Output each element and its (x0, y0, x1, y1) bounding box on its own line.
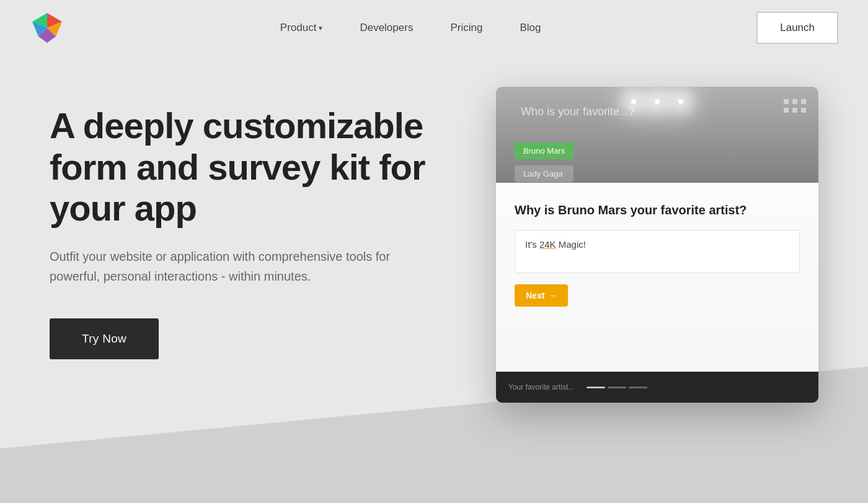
light-beam (655, 99, 660, 104)
grid-dot (792, 108, 797, 113)
option-selected[interactable]: Bruno Mars (515, 142, 574, 159)
highlight-name: Bruno Mars (558, 203, 627, 217)
light-beam (678, 99, 683, 104)
logo[interactable] (30, 11, 64, 45)
try-now-button[interactable]: Try Now (50, 318, 159, 359)
underlined-text: 24K (539, 239, 556, 250)
next-label: Next (526, 291, 544, 300)
nav-item-product[interactable]: Product ▾ (280, 22, 323, 34)
demo-form-area: Why is Bruno Mars your favorite artist? … (496, 183, 818, 403)
demo-grid-icon (784, 99, 806, 113)
hero-subtitle: Outfit your website or application with … (50, 247, 434, 286)
arrow-right-icon: → (548, 291, 557, 300)
nav-product-label: Product (280, 22, 317, 34)
demo-options: Bruno Mars Lady Gaga (515, 142, 574, 182)
demo-question-text: Why is Bruno Mars your favorite artist? (515, 201, 800, 219)
progress-dot-1 (587, 387, 605, 388)
option-unselected[interactable]: Lady Gaga (515, 165, 574, 182)
launch-button[interactable]: Launch (756, 12, 838, 44)
nav-item-blog[interactable]: Blog (520, 22, 541, 34)
demo-text-input[interactable]: It's 24K Magic! (515, 230, 800, 273)
hero-title: A deeply customizable form and survey ki… (50, 105, 471, 229)
light-beam (631, 99, 636, 104)
demo-next-button[interactable]: Next → (515, 284, 568, 307)
demo-bg-question-text: Who is your favorite...? (521, 105, 635, 118)
bottom-strip-text: Your favorite artist... (508, 383, 574, 391)
grid-dot (801, 108, 806, 113)
grid-dot (792, 99, 797, 104)
navbar: Product ▾ Developers Pricing Blog Launch (0, 0, 868, 56)
progress-dot-3 (629, 387, 647, 388)
nav-links: Product ▾ Developers Pricing Blog (64, 22, 756, 34)
nav-item-pricing[interactable]: Pricing (450, 22, 482, 34)
nav-item-developers[interactable]: Developers (360, 22, 413, 34)
nav-blog-label: Blog (520, 22, 541, 33)
nav-developers-label: Developers (360, 22, 413, 33)
progress-dot-2 (608, 387, 626, 388)
hero-section: A deeply customizable form and survey ki… (0, 56, 868, 403)
input-text-value: It's 24K Magic! (525, 239, 586, 250)
progress-dots (587, 387, 647, 388)
grid-dot (784, 99, 789, 104)
nav-pricing-label: Pricing (450, 22, 482, 33)
demo-bottom-strip: Your favorite artist... (496, 372, 818, 403)
grid-dot (801, 99, 806, 104)
hero-text-block: A deeply customizable form and survey ki… (50, 93, 471, 359)
chevron-down-icon: ▾ (319, 24, 322, 32)
demo-card: Who is your favorite...? Bruno Mars Lady… (496, 87, 818, 403)
grid-dot (784, 108, 789, 113)
